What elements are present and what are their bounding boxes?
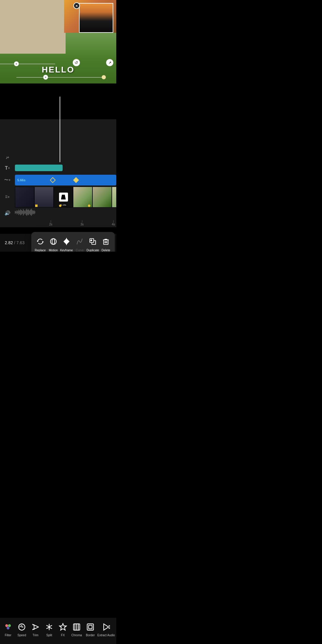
curve-label: Curve [76,249,84,252]
wave-bar [15,211,16,214]
ruler-tick [82,220,82,223]
replace-label: Replace [35,249,46,252]
adjustment-track-bar[interactable] [15,175,116,185]
menu-item-keyframe[interactable]: Keyframe [60,236,73,252]
hello-text-overlay[interactable]: HELLO [0,65,116,75]
frame-inner-icon [61,195,66,199]
wave-bar [21,210,22,215]
waveform [15,208,116,216]
text-handle-bottom: × [16,75,106,80]
pip-close-button[interactable]: × [73,2,80,9]
wave-bar [31,209,32,216]
volume-track-icon: 🔊 [0,210,15,216]
pip-content [80,4,113,32]
handle-dot[interactable] [102,75,106,79]
add-video-icon[interactable]: + [7,195,10,199]
wave-bar [22,211,23,214]
menu-item-delete[interactable]: Delete [100,236,112,252]
time-separator: / [14,240,15,245]
hello-text: HELLO [42,65,75,74]
wave-bar [26,210,26,215]
ruler-mark-3s: 3s [80,220,84,226]
music-track-content [15,152,116,163]
duplicate-icon: + [87,236,98,247]
wave-bar [27,210,28,215]
wave-bar [20,209,21,215]
ruler-tick [51,220,51,223]
adjustment-track-row: 〜 + 5.66s [0,174,116,187]
delete-label: Delete [102,249,110,252]
wave-bar [34,210,34,214]
music-track-icon: ♪ + [0,155,15,160]
menu-item-duplicate[interactable]: + Duplicate [86,236,99,252]
svg-marker-2 [64,239,69,244]
wave-bar [17,210,17,214]
add-music-icon[interactable]: + [7,155,9,160]
wave-bar [18,210,19,215]
wave-bar [27,209,27,216]
context-menu: Replace Motion Keyframe Curve + [31,232,115,252]
keyframe-label: Keyframe [60,249,73,252]
add-text-icon[interactable]: + [8,166,10,170]
volume-track-row: 🔊 [0,208,116,218]
wave-bar [35,211,35,213]
motion-icon [48,236,59,247]
keyframe-icon [61,236,72,247]
volume-icon: 🔊 [4,210,10,216]
text-track-row: T + [0,163,116,174]
add-adj-icon[interactable]: + [8,178,10,182]
handle-line-bl [16,77,43,78]
text-track-bar[interactable] [15,165,63,171]
ruler-label-2s: 2s [49,223,52,226]
film-frame-3: 5.19s [54,187,73,208]
wave-bar [19,210,20,214]
replace-icon [35,236,46,247]
svg-text:+: + [91,239,92,242]
ruler-mark-2s: 2s [49,220,52,226]
text-track-icon: T + [0,165,15,171]
timeline-tracks: ♪ + T + 〜 + 5.66s [0,152,116,227]
video-filmstrip[interactable]: 5.19s [15,187,116,208]
text-icon: T [5,165,8,171]
film-frame-6 [112,187,116,208]
time-display: 2.82 / 7.63 [5,240,24,245]
ruler-label-3s: 3s [80,223,84,226]
wave-bar [32,210,32,215]
wave-bar [25,211,25,213]
motion-label: Motion [49,249,58,252]
svg-point-0 [50,239,56,244]
video-icon: ⠿ [5,195,7,199]
wave-bar [18,211,18,213]
time-total: 7.63 [16,240,24,245]
wave-bar [30,210,31,215]
timeline-ruler: 2s 3s 4s [15,218,116,227]
handle-line-br [48,77,102,78]
handle-x-bottom[interactable]: × [43,75,48,80]
curve-icon [74,236,85,247]
delete-icon [100,236,111,247]
time-current: 2.82 [5,240,13,245]
wave-bar [29,210,30,214]
frame-icon [59,193,68,202]
volume-track-content [15,208,116,218]
handle-line-right [19,64,55,64]
video-preview: × ↺ ↗ × HELLO × [0,0,116,101]
duplicate-label: Duplicate [86,249,99,252]
playhead-line [60,97,60,162]
timeline-section: Replace Motion Keyframe Curve + [0,119,116,227]
menu-item-replace[interactable]: Replace [34,236,47,252]
menu-item-curve: Curve [73,236,86,252]
film-frame-5 [92,187,112,208]
svg-point-1 [52,239,55,244]
wave-bar [23,209,24,216]
wave-bar [24,210,24,214]
menu-item-motion[interactable]: Motion [47,236,60,252]
ruler-tick [113,220,114,223]
music-track-row: ♪ + [0,152,116,163]
wave-bar [28,209,29,215]
video-filmstrip-row: ⠿ + 5.19s [0,187,116,208]
keyframe-dot-1 [35,205,38,207]
ruler-mark-4s: 4s [112,220,115,226]
ruler-label-4s: 4s [112,223,115,226]
pip-box[interactable] [79,3,113,33]
